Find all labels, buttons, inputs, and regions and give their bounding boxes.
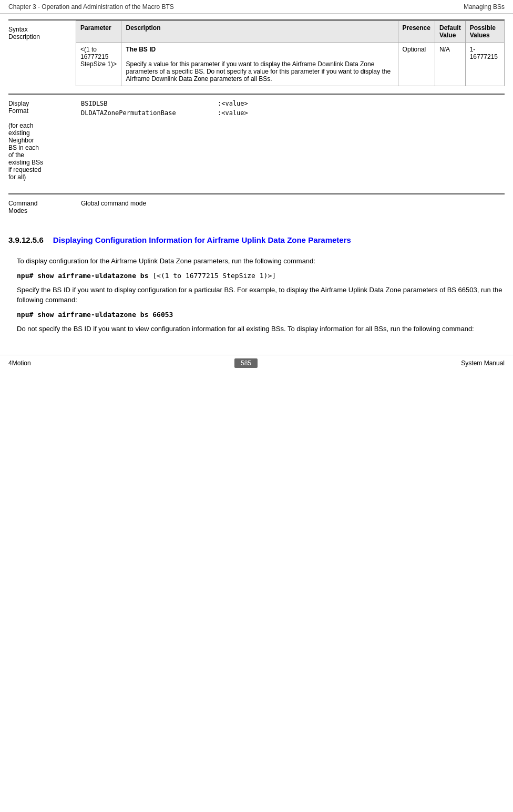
cell-default: N/A bbox=[435, 43, 465, 86]
command-modes-content: Global command mode bbox=[76, 193, 505, 220]
syntax-label: SyntaxDescription bbox=[8, 19, 76, 86]
display-format-rows: BSIDLSB :<value> DLDATAZonePermutationBa… bbox=[76, 95, 505, 124]
cell-description: The BS ID Specify a value for this param… bbox=[121, 43, 398, 86]
table-header-row: Parameter Description Presence DefaultVa… bbox=[76, 21, 505, 43]
display-format-content: BSIDLSB :<value> DLDATAZonePermutationBa… bbox=[76, 94, 505, 186]
col-default-value: DefaultValue bbox=[435, 21, 465, 43]
page-footer: 4Motion 585 System Manual bbox=[0, 355, 513, 371]
body-para-2: Specify the BS ID if you want to display… bbox=[17, 285, 505, 305]
body-para-1: To display configuration for the Airfram… bbox=[17, 256, 505, 266]
header-right: Managing BSs bbox=[464, 3, 505, 11]
section-title: Displaying Configuration Information for… bbox=[53, 235, 351, 244]
cell-possible: 1-16777215 bbox=[465, 43, 504, 86]
df-name-dldata: DLDATAZonePermutationBase bbox=[81, 109, 218, 117]
df-row-1: BSIDLSB :<value> bbox=[81, 100, 505, 107]
col-parameter: Parameter bbox=[76, 21, 121, 43]
footer-page-number: 585 bbox=[234, 358, 258, 368]
df-name-bsidlsb: BSIDLSB bbox=[81, 100, 218, 107]
cmd1-bold: npu# show airframe-uldatazone bs bbox=[17, 272, 148, 280]
syntax-content: Parameter Description Presence DefaultVa… bbox=[76, 19, 505, 86]
display-format-section: DisplayFormat(for eachexistingNeighborBS… bbox=[8, 94, 505, 186]
description-title: The BS ID bbox=[126, 46, 156, 53]
syntax-table: Parameter Description Presence DefaultVa… bbox=[76, 20, 505, 86]
section-heading-row: 3.9.12.5.6 Displaying Configuration Info… bbox=[8, 234, 505, 245]
main-content: SyntaxDescription Parameter Description … bbox=[0, 14, 513, 350]
col-presence: Presence bbox=[398, 21, 435, 43]
syntax-section: SyntaxDescription Parameter Description … bbox=[8, 19, 505, 86]
cell-presence: Optional bbox=[398, 43, 435, 86]
body-para-3: Do not specify the BS ID if you want to … bbox=[17, 324, 505, 334]
footer-left: 4Motion bbox=[8, 359, 31, 367]
table-row: <(1 to 16777215StepSize 1)> The BS ID Sp… bbox=[76, 43, 505, 86]
section-number: 3.9.12.5.6 bbox=[8, 235, 44, 244]
footer-right: System Manual bbox=[461, 359, 505, 367]
cmd1-args: [<(1 to 16777215 StepSize 1)>] bbox=[148, 272, 276, 280]
cell-parameter: <(1 to 16777215StepSize 1)> bbox=[76, 43, 121, 86]
command-modes-text: Global command mode bbox=[81, 200, 146, 207]
col-description: Description bbox=[121, 21, 398, 43]
df-value-bsidlsb: :<value> bbox=[218, 100, 248, 107]
command-modes-value: Global command mode bbox=[76, 194, 505, 212]
command-modes-label: CommandModes bbox=[8, 193, 76, 220]
description-body: Specify a value for this parameter if yo… bbox=[126, 60, 391, 83]
df-row-2: DLDATAZonePermutationBase :<value> bbox=[81, 109, 505, 117]
col-possible-values: PossibleValues bbox=[465, 21, 504, 43]
display-format-label: DisplayFormat(for eachexistingNeighborBS… bbox=[8, 94, 76, 186]
cmd2-text: npu# show airframe-uldatazone bs 66053 bbox=[17, 311, 173, 318]
command-line-1: npu# show airframe-uldatazone bs [<(1 to… bbox=[17, 272, 505, 280]
command-modes-section: CommandModes Global command mode bbox=[8, 193, 505, 220]
header-left: Chapter 3 - Operation and Administration… bbox=[8, 3, 174, 11]
command-line-2: npu# show airframe-uldatazone bs 66053 bbox=[17, 311, 505, 318]
page-header: Chapter 3 - Operation and Administration… bbox=[0, 0, 513, 14]
df-value-dldata: :<value> bbox=[218, 109, 248, 117]
body-content: To display configuration for the Airfram… bbox=[8, 251, 505, 344]
